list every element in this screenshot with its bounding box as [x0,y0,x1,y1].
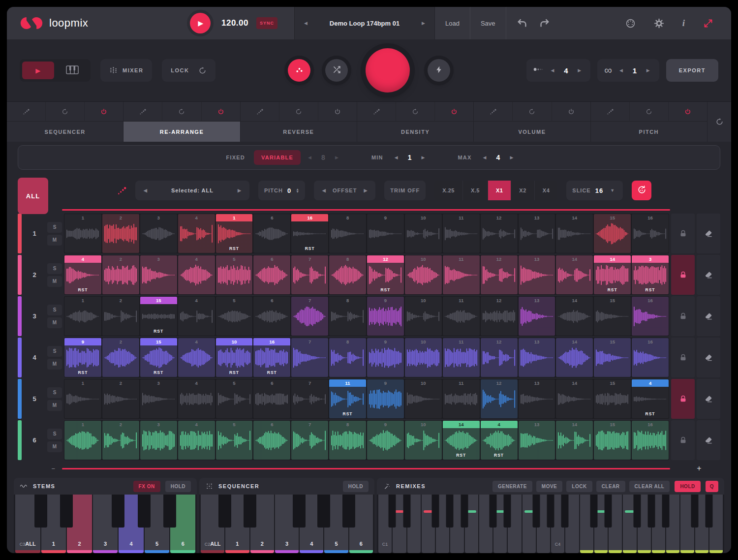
power-icon[interactable] [552,102,590,121]
save-button[interactable]: Save [470,7,506,39]
generate-button[interactable]: GENERATE [492,481,532,492]
tab-density[interactable]: DENSITY [357,122,473,142]
mute-button[interactable]: M [47,359,62,370]
grid-cell[interactable]: 9 [367,297,404,336]
grid-cell[interactable]: 15 [594,214,631,253]
dots-icon[interactable] [474,102,513,121]
play-button[interactable]: ▶ [190,13,211,33]
piano-black-key[interactable] [691,495,698,528]
lock-button[interactable] [671,296,695,336]
grid-cell[interactable]: 14 [556,255,593,294]
loop-play-toggle[interactable]: ▶ [22,62,54,79]
fixed-mode-button[interactable]: FIXED [222,155,249,160]
multiplier-x-5[interactable]: X.5 [463,181,488,200]
lock-refresh-icon[interactable] [198,66,207,75]
max-next-button[interactable]: ▶ [507,155,516,161]
grid-cell[interactable]: 14 [556,214,593,253]
lock-button[interactable] [671,379,695,419]
grid-cell[interactable]: 4 [178,297,215,336]
grid-cell[interactable]: 3 [140,421,177,460]
randomize-button[interactable] [632,181,651,200]
solo-button[interactable]: S [47,346,62,357]
grid-cell[interactable]: 14 [556,297,593,336]
grid-cell[interactable]: 12 [481,297,518,336]
midi-icon[interactable] [625,18,636,29]
grid-cell[interactable]: 8 [329,297,366,336]
grid-cell[interactable]: 11 [443,255,480,294]
grid-cell[interactable]: 4 [178,338,215,377]
grid-cell[interactable]: 3RST [632,255,669,294]
grid-cell[interactable]: 9RST [64,338,101,377]
sequencer-hold-button[interactable]: HOLD [343,481,369,492]
grid-cell[interactable]: 14 [556,338,593,377]
solo-button[interactable]: S [47,305,62,315]
piano-black-key[interactable] [317,495,330,528]
offset-next-button[interactable]: ▶ [361,187,369,194]
fx-on-button[interactable]: FX ON [133,481,160,492]
grid-cell[interactable]: 10 [405,297,442,336]
mute-button[interactable]: M [47,441,62,452]
grid-cell[interactable]: 10RST [216,338,253,377]
resize-expand-icon[interactable] [703,18,713,29]
grid-cell[interactable]: 2 [102,421,139,460]
grid-cell[interactable]: 8 [329,421,366,460]
grid-cell[interactable]: 5 [216,255,253,294]
grid-cell[interactable]: 3 [140,214,177,253]
lock-button[interactable] [671,420,695,460]
grid-cell[interactable]: 6 [253,421,290,460]
grid-cell[interactable]: 4RST [632,379,669,418]
grid-cell[interactable]: 2 [102,255,139,294]
grid-cell[interactable]: 12 [481,379,518,418]
piano-black-key[interactable] [705,495,712,528]
zoom-in-button[interactable]: + [678,464,720,473]
all-rows-button[interactable]: ALL [18,178,48,214]
grid-cell[interactable]: 5 [216,421,253,460]
grid-cell[interactable]: 3 [140,255,177,294]
dots-icon[interactable] [7,102,46,121]
refresh-icon[interactable] [162,102,201,121]
power-icon[interactable] [85,102,123,121]
bpm-display[interactable]: 120.00 [221,18,248,28]
grid-cell[interactable]: 16 [632,421,669,460]
preset-prev-button[interactable]: ◀ [302,20,310,27]
export-button[interactable]: EXPORT [666,59,718,82]
grid-cell[interactable]: 9 [367,338,404,377]
tab-reverse[interactable]: REVERSE [241,122,357,142]
min-next-button[interactable]: ▶ [419,155,428,161]
pattern-prev-button[interactable]: ◀ [548,67,556,74]
grid-cell[interactable]: 4 [178,379,215,418]
lock-button[interactable] [671,214,695,253]
grid-cell[interactable]: 2 [102,214,139,253]
grid-cell[interactable]: 4 [178,255,215,294]
grid-cell[interactable]: 12 [481,255,518,294]
lock-label[interactable]: LOCK [171,67,189,73]
pitch-stepper[interactable]: ▲▼ [296,188,299,193]
shuffle-knob[interactable] [325,59,348,82]
refresh-icon[interactable] [396,102,435,121]
grid-cell[interactable]: 12RST [367,255,404,294]
erase-button[interactable] [697,420,720,460]
tab-sequencer[interactable]: SEQUENCER [7,122,123,142]
grid-cell[interactable]: 14 [556,421,593,460]
refresh-icon[interactable] [279,102,318,121]
grid-cell[interactable]: 11 [443,338,480,377]
piano-black-key[interactable] [504,495,511,528]
grid-cell[interactable]: 16RST [253,338,290,377]
grid-cell[interactable]: 14RST [443,421,480,460]
grid-cell[interactable]: 1 [64,297,101,336]
grid-cell[interactable]: 11RST [329,379,366,418]
min-prev-button[interactable]: ◀ [392,155,400,161]
grid-cell[interactable]: 3 [140,379,177,418]
piano-black-key[interactable] [446,495,454,528]
grid-cell[interactable]: 15 [594,338,631,377]
grid-cell[interactable]: 15 [594,421,631,460]
tab-pitch[interactable]: PITCH [591,122,707,142]
clear-all-button[interactable]: CLEAR ALL [629,481,670,492]
preset-next-button[interactable]: ▶ [419,20,428,27]
grid-cell[interactable]: 6 [253,255,290,294]
grid-cell[interactable]: 9 [367,421,404,460]
piano-black-key[interactable] [244,495,256,528]
zoom-out-button[interactable]: − [18,465,62,472]
main-remix-button[interactable] [366,48,410,93]
grid-cell[interactable]: 15RST [140,338,177,377]
